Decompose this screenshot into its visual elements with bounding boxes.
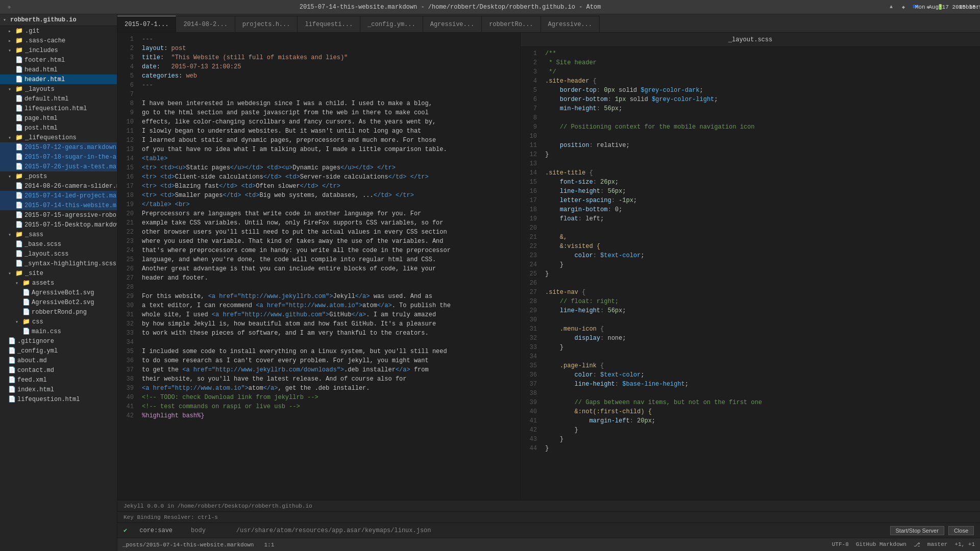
sidebar-item-about[interactable]: 📄 about.md [0,356,117,365]
sidebar-item-sass-cache[interactable]: ▸ 📁 .sass-cache [0,36,117,45]
sidebar-item-gears[interactable]: 📄 2015-07-12-gears.markdown [0,142,117,152]
sidebar-item-just-test[interactable]: 📄 2015-07-26-just-a-test.markdown [0,162,117,171]
sidebar-item-index[interactable]: 📄 index.html [0,385,117,394]
sidebar-item-lifequestion-html[interactable]: 📄 lifequestion.html [0,104,117,113]
sass-cache-arrow: ▸ [8,38,15,44]
app-container: ▾ robberth.github.io ▸ 📁 .git ▸ 📁 .sass-… [0,14,980,551]
post-icon: 📄 [15,124,22,132]
git-folder-icon: 📁 [15,27,23,35]
sidebar-item-camera[interactable]: 📄 2014-08-26-camera-slider.markdown [0,181,117,191]
editor-right[interactable]: _layout.scss 123456789101112131415161718… [521,33,980,500]
wifi-icon: ▲ [887,3,895,11]
status-bar: _posts/2015-07-14-this-website.markdown … [117,538,980,551]
lq-folder-label: _lifequestions [25,134,77,141]
agressive1-label: AgressiveBot1.svg [32,289,94,296]
sidebar-item-agressive-robot[interactable]: 📄 2015-07-15-agressive-robot.markdown [0,210,117,220]
status-encoding: UTF-8 [832,541,849,548]
right-code-content[interactable]: /** * Site header */.site-header { borde… [541,47,980,500]
sidebar-item-config[interactable]: 📄 _config.yml [0,346,117,356]
tab-config[interactable]: _config.ym... [360,16,423,32]
sidebar-item-contact[interactable]: 📄 contact.md [0,365,117,375]
contact-label: contact.md [17,367,54,374]
diamond-icon: ◆ [899,3,908,11]
sidebar-item-agressive1[interactable]: 📄 AgressiveBot1.svg [0,288,117,297]
sidebar-item-posts[interactable]: ▾ 📁 _posts [0,171,117,181]
lq-html-icon: 📄 [15,105,22,112]
sidebar-item-base-scss[interactable]: 📄 _base.scss [0,239,117,249]
sidebar-item-led[interactable]: 📄 2015-07-14-led-project.markdown [0,191,117,201]
sidebar-item-header[interactable]: 📄 header.html [0,74,117,84]
right-code-area[interactable]: 1234567891011121314151617181920212223242… [521,47,980,500]
css-label: css [32,318,43,325]
tab-agressive2[interactable]: Agressive... [541,16,600,32]
tab-robbert[interactable]: robbertRo... [482,16,541,32]
sidebar-item-default[interactable]: 📄 default.html [0,94,117,104]
tab-2014-08[interactable]: 2014-08-2... [176,16,235,32]
sidebar-item-page[interactable]: 📄 page.html [0,113,117,123]
titlebar: ⚛ 2015-07-14-this-website.markdown - /ho… [0,0,980,14]
sidebar-item-layouts[interactable]: ▾ 📁 _layouts [0,84,117,94]
close-button[interactable]: Close [948,526,974,535]
start-stop-server-button[interactable]: Start/Stop Server [890,526,944,535]
tab-agressive1-label: Agressive... [430,21,474,28]
root-label: robberth.github.io [10,16,77,23]
notif-save-label: core:save [139,527,173,534]
sidebar-item-head[interactable]: 📄 head.html [0,65,117,74]
left-code-content[interactable]: ---layout: posttitle: "This Website (sti… [138,33,520,500]
root-arrow: ▾ [3,17,10,23]
sidebar-item-maincss[interactable]: 📄 main.css [0,327,117,336]
led-icon: 📄 [15,192,22,199]
sidebar-item-layout-scss[interactable]: 📄 _layout.scss [0,249,117,259]
sidebar-root[interactable]: ▾ robberth.github.io [0,14,117,26]
sidebar-item-agressive2[interactable]: 📄 AgressiveBot2.svg [0,297,117,307]
sidebar-item-assets[interactable]: ▾ 📁 assets [0,278,117,288]
git-label: .git [25,28,40,35]
sidebar-item-desktop[interactable]: 📄 2015-07-15-Desktop.markdown [0,220,117,230]
page-label: page.html [24,115,58,122]
sidebar-item-syntax-scss[interactable]: 📄 _syntax-highlighting.scss [0,259,117,268]
tab-agressive1[interactable]: Agressive... [423,16,482,32]
sidebar-item-post[interactable]: 📄 post.html [0,123,117,133]
branch-icon: ⎇ [914,541,920,548]
sidebar-item-footer[interactable]: 📄 footer.html [0,55,117,65]
about-label: about.md [17,357,47,364]
gears-label: 2015-07-12-gears.markdown [24,144,116,151]
agressive-robot-icon: 📄 [15,211,22,219]
maincss-icon: 📄 [22,328,30,335]
index-icon: 📄 [8,386,15,393]
sidebar-item-robbertrond[interactable]: 📄 robbertRond.png [0,307,117,317]
tab-projects[interactable]: projects.h... [235,16,298,32]
gitignore-label: .gitignore [17,338,54,345]
notif-context: body [191,527,206,534]
sidebar-item-this-website[interactable]: 📄 2015-07-14-this-website.markdown [0,201,117,210]
tab-lifequestion[interactable]: lifequesti... [298,16,360,32]
page-icon: 📄 [15,114,22,122]
tab-this-website[interactable]: 2015-07-1... [117,16,176,32]
right-line-numbers: 1234567891011121314151617181920212223242… [521,47,541,500]
keybinding-bar: Key Binding Resolver: ctrl-s [117,511,980,522]
sidebar-item-lifequestions[interactable]: ▾ 📁 _lifequestions [0,133,117,142]
posts-arrow: ▾ [8,173,15,180]
sidebar-item-includes[interactable]: ▾ 📁 _includes [0,45,117,55]
sidebar-item-gitignore[interactable]: 📄 .gitignore [0,336,117,346]
sidebar-item-css[interactable]: ▾ 📁 css [0,317,117,327]
status-grammar: GitHub Markdown [856,541,906,548]
agressive2-icon: 📄 [22,298,30,306]
tab-2014-08-label: 2014-08-2... [183,21,227,28]
sidebar-item-lq-root[interactable]: 📄 lifequestion.html [0,394,117,404]
titlebar-right-icons: ▲ ◆ Bē ✱ 🔋 Mon Aug 17 2015 15:55:02 Robb… [887,3,975,11]
sidebar-item-git[interactable]: ▸ 📁 .git [0,26,117,36]
assets-icon: 📁 [22,279,30,287]
titlebar-left-icons: ⚛ [5,3,13,11]
editor-left[interactable]: 1234567891011121314151617181920212223242… [117,33,521,500]
status-filepath: _posts/2015-07-14-this-website.markdown [122,542,254,548]
includes-arrow: ▾ [8,47,15,54]
sidebar-item-feed[interactable]: 📄 feed.xml [0,375,117,385]
css-arrow: ▾ [15,319,22,325]
sidebar[interactable]: ▾ robberth.github.io ▸ 📁 .git ▸ 📁 .sass-… [0,14,117,551]
left-code-area[interactable]: 1234567891011121314151617181920212223242… [117,33,520,500]
sidebar-item-site[interactable]: ▾ 📁 _site [0,268,117,278]
sidebar-item-sugar[interactable]: 📄 2015-07-18-sugar-in-the-air.markdown [0,152,117,162]
header-label: header.html [24,76,65,83]
sidebar-item-sass[interactable]: ▾ 📁 _sass [0,230,117,239]
